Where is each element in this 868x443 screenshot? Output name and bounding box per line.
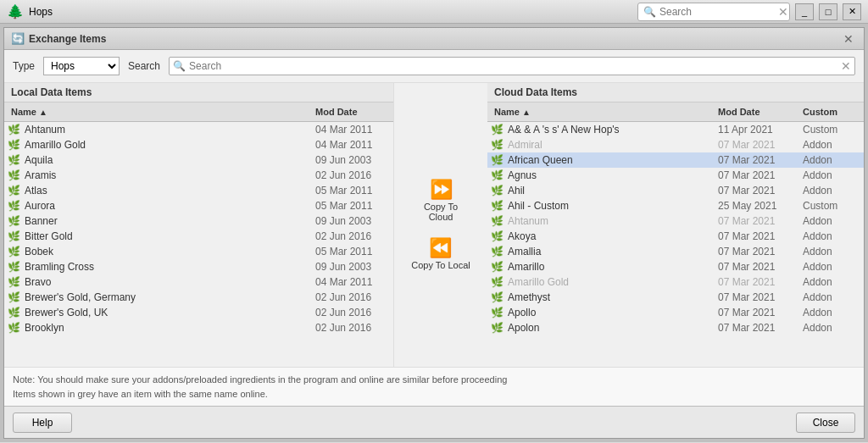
hop-icon: 🌿 <box>487 139 504 151</box>
window-maximize-button[interactable]: □ <box>819 3 837 20</box>
hop-icon: 🌿 <box>487 124 504 136</box>
local-table-row[interactable]: 🌿 Aramis 02 Jun 2016 <box>4 168 393 183</box>
cell-name: Apolon <box>504 321 711 335</box>
hop-icon: 🌿 <box>4 185 21 197</box>
search-clear-button[interactable]: ✕ <box>841 59 851 73</box>
cell-name: Atlas <box>21 184 309 197</box>
local-col-date[interactable]: Mod Date <box>309 105 393 119</box>
cell-date: 02 Jun 2016 <box>309 169 393 182</box>
window-close-button[interactable]: ✕ <box>843 3 861 20</box>
local-table-row[interactable]: 🌿 Bramling Cross 09 Jun 2003 <box>4 259 393 274</box>
cloud-col-name[interactable]: Name ▲ <box>487 105 711 119</box>
hop-icon: 🌿 <box>4 169 21 181</box>
cell-date: 04 Mar 2011 <box>309 138 393 152</box>
local-table-row[interactable]: 🌿 Amarillo Gold 04 Mar 2011 <box>4 137 393 152</box>
cell-custom: Addon <box>796 138 864 152</box>
hop-icon: 🌿 <box>487 169 504 181</box>
cell-name: African Queen <box>504 153 711 167</box>
cloud-table-row[interactable]: 🌿 Apollo 07 Mar 2021 Addon <box>487 305 864 320</box>
cloud-name-sort-arrow: ▲ <box>522 108 531 117</box>
cell-date: 07 Mar 2021 <box>711 260 796 274</box>
global-search-bar[interactable]: 🔍 ✕ <box>637 3 790 21</box>
cloud-table-row[interactable]: 🌿 Admiral 07 Mar 2021 Addon <box>487 137 864 152</box>
local-data-table: Name ▲ Mod Date 🌿 Ahtanum 04 Mar 2011 🌿 … <box>4 102 393 367</box>
cloud-col-custom[interactable]: Custom <box>796 105 864 119</box>
type-select[interactable]: Hops <box>43 57 120 75</box>
cloud-table-row[interactable]: 🌿 Ahil - Custom 25 May 2021 Custom <box>487 198 864 213</box>
cell-custom: Addon <box>796 306 864 319</box>
cell-date: 04 Mar 2011 <box>309 275 393 289</box>
cell-name: Bobek <box>21 245 309 258</box>
cell-date: 05 Mar 2011 <box>309 199 393 213</box>
cell-custom: Addon <box>796 275 864 289</box>
local-table-row[interactable]: 🌿 Brewer's Gold, Germany 02 Jun 2016 <box>4 290 393 305</box>
cloud-data-table: Name ▲ Mod Date Custom 🌿 A& & A 's s' A … <box>487 102 864 367</box>
cloud-col-date[interactable]: Mod Date <box>711 105 796 119</box>
cloud-table-row[interactable]: 🌿 Amarillo Gold 07 Mar 2021 Addon <box>487 274 864 290</box>
local-table-row[interactable]: 🌿 Brewer's Gold, UK 02 Jun 2016 <box>4 305 393 320</box>
cell-date: 02 Jun 2016 <box>309 230 393 243</box>
cell-name: Amethyst <box>504 291 711 304</box>
hop-icon: 🌿 <box>487 154 504 166</box>
cloud-table-row[interactable]: 🌿 Amarillo 07 Mar 2021 Addon <box>487 259 864 274</box>
cell-date: 07 Mar 2021 <box>711 275 796 289</box>
middle-buttons: ⏩ Copy To Cloud ⏪ Copy To Local <box>394 83 487 367</box>
cell-date: 07 Mar 2021 <box>711 184 796 197</box>
cloud-table-row[interactable]: 🌿 Akoya 07 Mar 2021 Addon <box>487 229 864 244</box>
cell-custom: Addon <box>796 153 864 167</box>
cell-date: 05 Mar 2011 <box>309 184 393 197</box>
local-table-row[interactable]: 🌿 Aurora 05 Mar 2011 <box>4 198 393 213</box>
hop-icon: 🌿 <box>487 185 504 197</box>
cloud-table-row[interactable]: 🌿 Ahil 07 Mar 2021 Addon <box>487 183 864 198</box>
copy-to-local-button[interactable]: ⏪ Copy To Local <box>403 234 479 275</box>
copy-to-local-icon: ⏪ <box>429 239 452 257</box>
local-table-row[interactable]: 🌿 Aquila 09 Jun 2003 <box>4 152 393 168</box>
window-minimize-button[interactable]: _ <box>795 3 814 20</box>
cloud-table-body: 🌿 A& & A 's s' A New Hop's 11 Apr 2021 C… <box>487 122 864 367</box>
cell-date: 02 Jun 2016 <box>309 321 393 335</box>
hop-icon: 🌿 <box>4 307 21 318</box>
hop-icon: 🌿 <box>4 154 21 166</box>
cloud-table-row[interactable]: 🌿 Ahtanum 07 Mar 2021 Addon <box>487 213 864 229</box>
search-icon: 🔍 <box>643 6 656 18</box>
cloud-table-row[interactable]: 🌿 Apolon 07 Mar 2021 Addon <box>487 320 864 335</box>
local-table-row[interactable]: 🌿 Banner 09 Jun 2003 <box>4 213 393 229</box>
exchange-items-dialog: 🔄 Exchange Items ✕ Type Hops Search 🔍 ✕ … <box>3 27 865 439</box>
local-table-row[interactable]: 🌿 Bravo 04 Mar 2011 <box>4 274 393 290</box>
search-input-wrap[interactable]: 🔍 ✕ <box>169 57 855 75</box>
cell-date: 07 Mar 2021 <box>711 138 796 152</box>
cell-date: 02 Jun 2016 <box>309 291 393 304</box>
cloud-table-row[interactable]: 🌿 Agnus 07 Mar 2021 Addon <box>487 168 864 183</box>
cell-custom: Addon <box>796 230 864 243</box>
cell-date: 04 Mar 2011 <box>309 123 393 136</box>
copy-to-cloud-button[interactable]: ⏩ Copy To Cloud <box>403 175 479 227</box>
local-table-row[interactable]: 🌿 Ahtanum 04 Mar 2011 <box>4 122 393 137</box>
search-clear-icon[interactable]: ✕ <box>778 5 788 19</box>
close-button[interactable]: Close <box>796 413 855 433</box>
cell-date: 07 Mar 2021 <box>711 214 796 228</box>
cell-name: Ahtanum <box>21 123 309 136</box>
cloud-table-row[interactable]: 🌿 A& & A 's s' A New Hop's 11 Apr 2021 C… <box>487 122 864 137</box>
cell-name: Ahil - Custom <box>504 199 711 213</box>
local-table-row[interactable]: 🌿 Bitter Gold 02 Jun 2016 <box>4 229 393 244</box>
global-search-input[interactable] <box>659 6 778 18</box>
dialog-close-button[interactable]: ✕ <box>840 32 857 46</box>
cell-name: Admiral <box>504 138 711 152</box>
local-name-sort-arrow: ▲ <box>39 108 47 117</box>
cloud-table-row[interactable]: 🌿 Amethyst 07 Mar 2021 Addon <box>487 290 864 305</box>
search-input[interactable] <box>189 60 841 72</box>
cloud-table-row[interactable]: 🌿 Amallia 07 Mar 2021 Addon <box>487 244 864 259</box>
help-button[interactable]: Help <box>13 413 72 433</box>
local-table-row[interactable]: 🌿 Bobek 05 Mar 2011 <box>4 244 393 259</box>
local-table-row[interactable]: 🌿 Brooklyn 02 Jun 2016 <box>4 320 393 335</box>
local-table-row[interactable]: 🌿 Atlas 05 Mar 2011 <box>4 183 393 198</box>
cloud-panel: Cloud Data Items Name ▲ Mod Date Custom … <box>487 83 864 367</box>
cell-name: Amarillo Gold <box>21 138 309 152</box>
cloud-table-row[interactable]: 🌿 African Queen 07 Mar 2021 Addon <box>487 152 864 168</box>
cell-name: Bramling Cross <box>21 260 309 274</box>
cell-custom: Addon <box>796 214 864 228</box>
local-col-name[interactable]: Name ▲ <box>4 105 309 119</box>
notes-line1: Note: You should make sure your addons/p… <box>13 373 855 387</box>
copy-to-local-label: Copy To Local <box>411 260 470 270</box>
hop-icon: 🌿 <box>4 261 21 273</box>
